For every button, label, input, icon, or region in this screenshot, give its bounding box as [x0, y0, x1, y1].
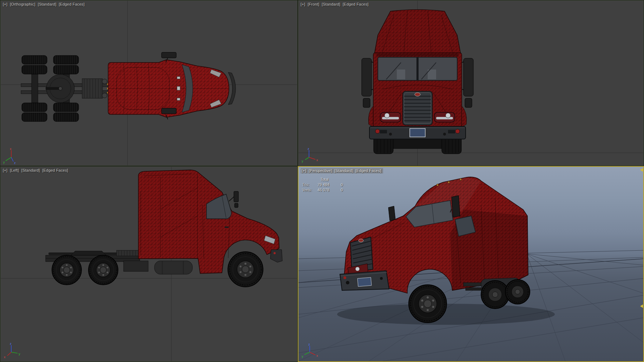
viewport-label-orthographic: [+] [Orthographic] [Standard] [Edged Fac…	[3, 2, 85, 6]
orthographic-scene[interactable]: x y z	[1, 1, 297, 165]
viewport-menu-view[interactable]: [Left]	[10, 168, 19, 172]
svg-text:x: x	[10, 147, 12, 151]
stats-total-label: Total	[317, 177, 339, 182]
viewport-menu-view[interactable]: [Front]	[308, 2, 319, 6]
active-viewport-marker-icon	[640, 168, 643, 172]
viewport-menu-mode[interactable]: [Edged Faces]	[59, 2, 85, 6]
viewport-perspective[interactable]: [+] [Perspective] [Standard] [Edged Face…	[298, 167, 643, 361]
front-scene[interactable]: z x y	[298, 1, 643, 165]
viewport-front[interactable]: [+] [Front] [Standard] [Edged Faces]	[298, 1, 643, 165]
viewport-menu-view[interactable]: [Perspective]	[309, 169, 332, 173]
svg-text:y: y	[302, 159, 303, 163]
stats-tris-extra: 0	[341, 183, 350, 187]
svg-text:x: x	[316, 354, 318, 357]
truck-model-perspective[interactable]	[337, 177, 555, 325]
rear-wheel	[52, 255, 81, 285]
perspective-scene[interactable]: z x y	[298, 167, 643, 361]
stats-verts-value: 46 078	[317, 188, 339, 192]
svg-text:z: z	[308, 343, 310, 346]
svg-text:x: x	[4, 355, 6, 359]
rear-wheel	[481, 281, 509, 309]
viewport-menu-shading[interactable]: [Standard]	[334, 169, 353, 173]
viewport-label-perspective: [+] [Perspective] [Standard] [Edged Face…	[301, 168, 383, 173]
svg-text:x: x	[316, 158, 318, 162]
rear-wheel	[505, 279, 530, 304]
rear-wheel	[88, 255, 118, 285]
statistics-overlay: Total Tris: 79 484 0 Verts: 46 078 0	[302, 177, 350, 192]
svg-text:y: y	[19, 352, 20, 356]
active-viewport-marker-icon	[640, 304, 643, 308]
truck-model-top[interactable]	[21, 52, 236, 121]
svg-text:y: y	[302, 355, 303, 358]
axis-tripod-icon: z y x	[4, 342, 20, 359]
viewport-menu-plus[interactable]: [+]	[302, 169, 306, 173]
stats-verts-extra: 0	[341, 188, 350, 192]
stats-tris-label: Tris:	[302, 183, 315, 187]
axis-tripod-icon: z x y	[302, 147, 318, 163]
axis-tripod-icon: x y z	[3, 147, 16, 165]
viewport-grid: [+] [Orthographic] [Standard] [Edged Fac…	[0, 0, 644, 362]
viewport-menu-shading[interactable]: [Standard]	[21, 168, 40, 172]
viewport-label-left: [+] [Left] [Standard] [Edged Faces]	[3, 168, 68, 172]
viewport-orthographic[interactable]: [+] [Orthographic] [Standard] [Edged Fac…	[1, 1, 297, 165]
svg-text:z: z	[14, 161, 16, 165]
truck-model-front[interactable]	[362, 10, 473, 154]
viewport-menu-shading[interactable]: [Standard]	[38, 2, 57, 6]
stats-tris-value: 79 484	[317, 183, 339, 187]
viewport-menu-plus[interactable]: [+]	[301, 2, 305, 6]
stats-verts-label: Verts:	[302, 188, 315, 192]
viewport-menu-plus[interactable]: [+]	[3, 168, 7, 172]
viewport-menu-mode[interactable]: [Edged Faces]	[343, 2, 369, 6]
viewport-left[interactable]: [+] [Left] [Standard] [Edged Faces]	[1, 167, 297, 361]
front-wheel	[228, 252, 263, 287]
viewport-menu-view[interactable]: [Orthographic]	[10, 2, 35, 6]
left-scene[interactable]: z y x	[1, 167, 297, 361]
viewport-menu-mode[interactable]: [Edged Faces]	[42, 168, 68, 172]
viewport-menu-shading[interactable]: [Standard]	[322, 2, 340, 6]
svg-text:z: z	[308, 147, 309, 151]
truck-model-left[interactable]	[46, 170, 282, 287]
viewport-label-front: [+] [Front] [Standard] [Edged Faces]	[301, 2, 369, 6]
viewport-menu-plus[interactable]: [+]	[3, 2, 7, 6]
svg-text:z: z	[10, 342, 12, 345]
front-wheel	[409, 285, 447, 323]
viewport-menu-mode[interactable]: [Edged Faces]	[355, 169, 381, 173]
svg-text:y: y	[3, 160, 5, 164]
